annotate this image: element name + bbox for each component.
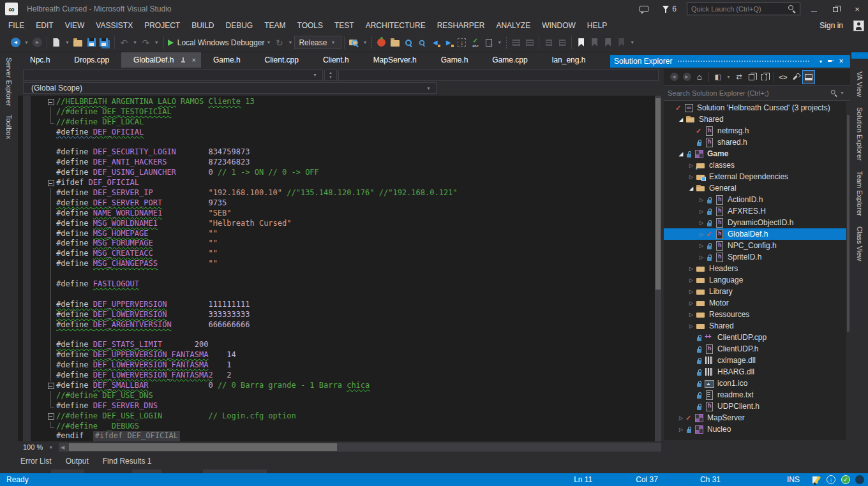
decrease-indent-button[interactable] bbox=[542, 35, 555, 50]
close-button[interactable]: × bbox=[849, 3, 865, 15]
menu-help[interactable]: HELP bbox=[581, 18, 613, 33]
code-line[interactable]: //#define DEF_LOCAL bbox=[47, 117, 655, 128]
side-tab-solution-explorer[interactable]: Solution Explorer bbox=[856, 107, 864, 161]
user-avatar-icon[interactable] bbox=[853, 20, 864, 31]
code-line[interactable]: #define DEF_SMALLBAR 0 // 0 Barra grande… bbox=[47, 381, 655, 391]
tree-item-npc-config-h[interactable]: ▷NPC_Config.h bbox=[664, 240, 846, 251]
save-button[interactable] bbox=[85, 35, 98, 50]
se-properties-button[interactable] bbox=[789, 70, 802, 84]
code-line[interactable]: #define DEF_UPPERVERSION 111111111 bbox=[47, 300, 655, 310]
editor-horizontal-scrollbar[interactable]: ◀ bbox=[59, 443, 661, 452]
close-tab-icon[interactable]: × bbox=[191, 56, 195, 64]
paste-history-button[interactable]: ↓ bbox=[455, 35, 468, 50]
se-home-button[interactable]: ⌂ bbox=[693, 70, 706, 84]
tree-item-icon1-ico[interactable]: icon1.ico bbox=[664, 378, 846, 389]
code-line[interactable] bbox=[47, 138, 655, 148]
find-dropdown[interactable]: ▼ bbox=[361, 40, 369, 45]
expand-arrow-icon[interactable]: ▷ bbox=[687, 289, 696, 295]
menu-file[interactable]: FILE bbox=[3, 18, 30, 33]
se-show-all-files-button[interactable] bbox=[758, 70, 771, 84]
se-forward-button[interactable]: ► bbox=[680, 70, 693, 84]
code-line[interactable]: #define DEF_ARGENTVERSION 666666666 bbox=[47, 320, 655, 330]
close-panel-icon[interactable]: × bbox=[836, 56, 846, 66]
tab-client.h[interactable]: Client.h bbox=[311, 52, 361, 68]
tree-item-mapserver[interactable]: ▷✓MapServer bbox=[664, 412, 846, 423]
fold-toggle-icon[interactable] bbox=[47, 178, 56, 188]
quick-launch-input[interactable]: Quick Launch (Ctrl+Q) bbox=[687, 3, 800, 15]
tree-item-classes[interactable]: ▷classes bbox=[664, 159, 846, 171]
notification-circle-icon[interactable] bbox=[855, 475, 864, 484]
comment-selection-button[interactable] bbox=[509, 35, 523, 50]
code-line[interactable]: //HELBREATH ARGENTINA LALO RAMOS Cliente… bbox=[47, 97, 655, 107]
redo-dropdown[interactable]: ▼ bbox=[153, 40, 161, 45]
expand-arrow-icon[interactable]: ▷ bbox=[687, 266, 696, 272]
tab-lan_eng.h[interactable]: lan_eng.h bbox=[540, 52, 598, 68]
code-line[interactable]: //#define DEF_USE_DNS bbox=[47, 391, 655, 401]
expand-arrow-icon[interactable]: ▷ bbox=[687, 300, 696, 306]
pin-tab-icon[interactable] bbox=[180, 57, 186, 63]
save-all-button[interactable] bbox=[98, 35, 112, 50]
hidden-tab-stub[interactable] bbox=[132, 469, 161, 473]
refresh-dropdown[interactable]: ▼ bbox=[286, 40, 294, 45]
tree-item-nucleo[interactable]: ▷Nucleo bbox=[664, 423, 846, 435]
refresh-button[interactable]: ↻ bbox=[273, 35, 286, 50]
bottom-tab-output[interactable]: Output bbox=[66, 457, 89, 466]
goto-implementation-button[interactable] bbox=[482, 35, 495, 50]
menu-team[interactable]: TEAM bbox=[258, 18, 291, 33]
editor-vertical-scrollbar[interactable] bbox=[655, 96, 661, 441]
code-line[interactable]: #define DEF_SECURITY_LOGIN 834759873 bbox=[47, 147, 655, 158]
tab-game.cpp[interactable]: Game.cpp bbox=[480, 52, 539, 68]
previous-bookmark-button[interactable] bbox=[588, 35, 601, 50]
fold-toggle-icon[interactable] bbox=[47, 381, 56, 391]
redo-button[interactable]: ↷ bbox=[139, 35, 153, 50]
tab-client.cpp[interactable]: Client.cpp bbox=[253, 52, 311, 68]
expand-arrow-icon[interactable]: ▷ bbox=[677, 415, 685, 421]
tree-item-ressources[interactable]: ▷Ressources bbox=[664, 309, 846, 320]
sign-in-link[interactable]: Sign in bbox=[819, 21, 843, 30]
clear-bookmarks-button[interactable] bbox=[615, 35, 628, 50]
restore-button[interactable] bbox=[827, 3, 844, 15]
tree-item-clientudp-h[interactable]: ClientUDP.h bbox=[664, 343, 846, 355]
notifications-flag-icon[interactable] bbox=[662, 5, 670, 13]
find-in-files-button[interactable] bbox=[347, 35, 361, 50]
expand-arrow-icon[interactable]: ▷ bbox=[697, 243, 706, 249]
menu-vassistx[interactable]: VASSISTX bbox=[90, 18, 138, 33]
menu-project[interactable]: PROJECT bbox=[138, 18, 186, 33]
open-file-button[interactable] bbox=[71, 35, 85, 50]
tree-item-shared[interactable]: ◢Shared bbox=[664, 114, 846, 125]
code-line[interactable]: #define DEF_UPPERVERSION_FANTASMA 14 bbox=[47, 350, 655, 360]
side-tab-team-explorer[interactable]: Team Explorer bbox=[856, 171, 864, 216]
navigate-back-dropdown[interactable]: ▼ bbox=[22, 40, 31, 45]
tree-item-language[interactable]: ▷Language bbox=[664, 274, 846, 286]
se-sync-with-active-document-button[interactable]: ⇄ bbox=[733, 70, 745, 84]
code-line[interactable] bbox=[47, 290, 655, 300]
va-navigate-forward-button[interactable]: ▶ bbox=[442, 35, 455, 50]
tree-item-motor[interactable]: ▷Motor bbox=[664, 297, 846, 309]
code-line[interactable]: #define MSG_WORLDNAME1 "Helbreath Cursed… bbox=[47, 219, 655, 229]
code-line[interactable]: #ifdef DEF_OFICIAL bbox=[47, 178, 655, 188]
solution-explorer-search-input[interactable]: Search Solution Explorer (Ctrl+;) ▼ bbox=[664, 85, 850, 101]
expand-arrow-icon[interactable]: ▷ bbox=[687, 323, 696, 329]
expand-arrow-icon[interactable]: ▷ bbox=[687, 312, 696, 318]
definition-combo[interactable] bbox=[338, 70, 659, 81]
feedback-chat-icon[interactable] bbox=[640, 6, 648, 12]
hidden-tab-stub[interactable] bbox=[51, 469, 84, 473]
code-line[interactable] bbox=[47, 269, 655, 279]
code-line[interactable]: #define DEF_LOWERVERSION_FANTASMA2 2 bbox=[47, 371, 655, 381]
expand-arrow-icon[interactable]: ▷ bbox=[697, 254, 706, 260]
code-line[interactable]: #define MSG_HOMEPAGE "" bbox=[47, 229, 655, 239]
code-line[interactable]: #define DEF_USING_LAUNCHER 0 // 1 -> ON … bbox=[47, 168, 655, 178]
menu-window[interactable]: WINDOW bbox=[536, 18, 581, 33]
code-line[interactable]: #define DEF_LOWERVERSION_FANTASMA 1 bbox=[47, 360, 655, 371]
tree-item-headers[interactable]: ▷Headers bbox=[664, 263, 846, 274]
code-line[interactable]: #define MSG_CREATEACC "" bbox=[47, 249, 655, 259]
code-line[interactable]: #define FASTLOGOUT bbox=[47, 279, 655, 290]
se-filter-dropdown[interactable]: ▼ bbox=[724, 75, 733, 79]
expand-arrow-icon[interactable]: ▷ bbox=[687, 174, 696, 180]
code-line[interactable]: #define DEF_ANTI_HACKERS 872346823 bbox=[47, 158, 655, 168]
code-line[interactable]: #define DEF_LOWERVERSION 333333333 bbox=[47, 310, 655, 320]
new-file-button[interactable] bbox=[50, 35, 63, 50]
code-line[interactable]: //#define DEF_TESTOFICIAL bbox=[47, 107, 655, 117]
bottom-tab-error-list[interactable]: Error List bbox=[20, 457, 52, 466]
menu-view[interactable]: VIEW bbox=[59, 18, 91, 33]
